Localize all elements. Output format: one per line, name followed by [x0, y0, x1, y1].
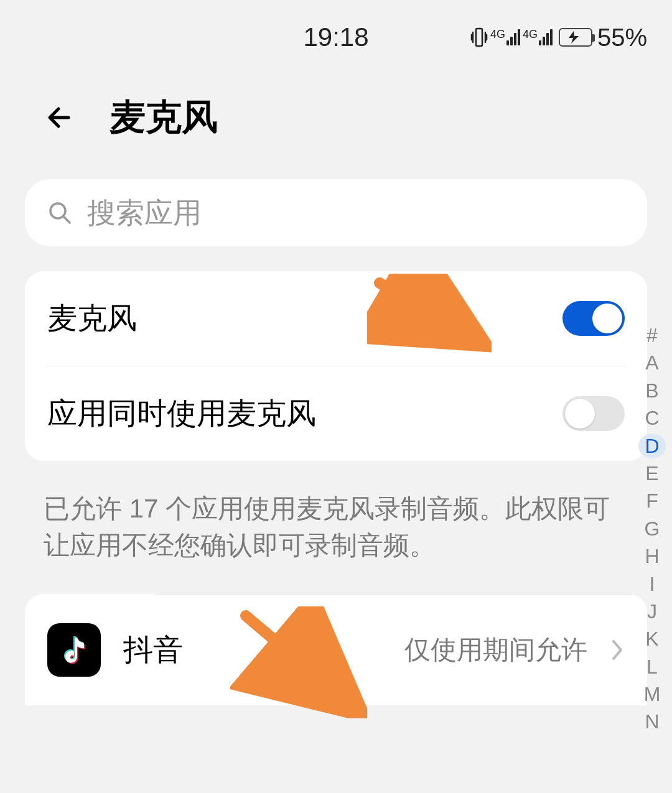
index-letter-N[interactable]: N	[638, 710, 666, 733]
page-header: 麦克风	[0, 75, 672, 167]
index-letter-I[interactable]: I	[638, 572, 666, 596]
mic-master-toggle[interactable]	[562, 301, 625, 336]
status-time: 19:18	[303, 22, 368, 52]
index-letter-J[interactable]: J	[638, 600, 666, 623]
mic-master-row: 麦克风	[25, 271, 647, 366]
app-permission-status: 仅使用期间允许	[404, 633, 587, 667]
mic-settings-card: 麦克风 应用同时使用麦克风	[25, 271, 647, 461]
index-letter-K[interactable]: K	[638, 627, 666, 651]
status-icons: 4G 4G	[470, 26, 592, 49]
mic-simultaneous-row: 应用同时使用麦克风	[25, 366, 647, 461]
index-letter-E[interactable]: E	[638, 461, 666, 485]
app-name: 抖音	[123, 630, 382, 670]
index-letter-C[interactable]: C	[638, 406, 666, 430]
index-letter-A[interactable]: A	[638, 351, 666, 374]
permission-info-text: 已允许 17 个应用使用麦克风录制音频。此权限可让应用不经您确认即可录制音频。	[0, 461, 672, 594]
alpha-index-bar[interactable]: #ABCDEFGHIJKLMN	[638, 323, 666, 734]
signal-1: 4G	[493, 29, 520, 45]
search-input[interactable]	[87, 196, 625, 230]
index-letter-B[interactable]: B	[638, 379, 666, 402]
index-letter-M[interactable]: M	[638, 682, 666, 706]
battery-icon	[559, 28, 592, 47]
search-icon	[47, 200, 72, 225]
signal-2: 4G	[525, 29, 553, 45]
app-row-douyin[interactable]: 抖音 仅使用期间允许	[25, 595, 647, 705]
vibration-icon	[470, 26, 488, 49]
index-letter-D[interactable]: D	[638, 434, 666, 458]
app-list-card: 抖音 仅使用期间允许	[25, 594, 647, 705]
back-button[interactable]	[44, 100, 78, 135]
index-letter-G[interactable]: G	[638, 517, 666, 540]
svg-point-1	[50, 203, 65, 218]
chevron-right-icon	[610, 638, 625, 662]
mic-simultaneous-label: 应用同时使用麦克风	[47, 394, 316, 434]
mic-master-label: 麦克风	[47, 299, 137, 338]
mic-simultaneous-toggle[interactable]	[562, 396, 625, 431]
svg-rect-0	[476, 29, 482, 46]
page-title: 麦克风	[110, 93, 218, 142]
douyin-icon	[47, 623, 101, 677]
search-box[interactable]	[25, 179, 647, 246]
status-bar: 19:18 4G 4G	[0, 0, 672, 75]
index-letter-F[interactable]: F	[638, 489, 666, 512]
index-letter-H[interactable]: H	[638, 544, 666, 568]
battery-percentage: 55%	[597, 24, 647, 52]
svg-line-2	[64, 217, 70, 223]
index-letter-#[interactable]: #	[638, 323, 666, 347]
index-letter-L[interactable]: L	[638, 655, 666, 679]
